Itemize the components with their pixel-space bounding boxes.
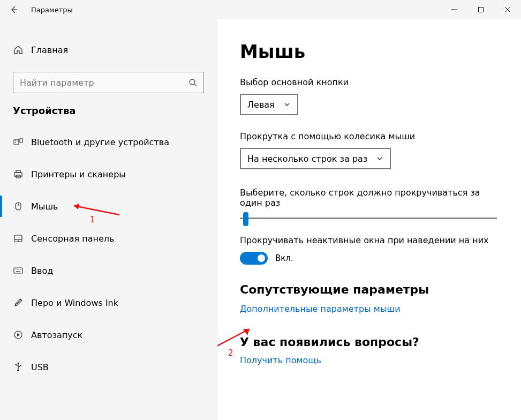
printer-icon — [13, 169, 31, 179]
sidebar-item-touchpad[interactable]: Сенсорная панель — [0, 222, 217, 254]
pen-icon — [13, 297, 31, 308]
lines-per-scroll-slider[interactable] — [240, 218, 497, 219]
chevron-down-icon — [283, 101, 291, 108]
svg-point-5 — [190, 79, 195, 85]
back-arrow-icon — [10, 5, 18, 14]
sidebar-item-usb[interactable]: USB — [0, 351, 217, 383]
sidebar: Главная Устройства Bluetooth и другие ус… — [0, 19, 217, 420]
search-box[interactable] — [13, 72, 204, 93]
sidebar-item-label: Сенсорная панель — [31, 234, 114, 244]
bluetooth-devices-icon — [13, 137, 31, 147]
sidebar-item-printers[interactable]: Принтеры и сканеры — [0, 158, 217, 190]
back-button[interactable] — [0, 0, 28, 19]
mouse-icon — [13, 201, 31, 212]
touchpad-icon — [13, 233, 31, 244]
home-icon — [13, 44, 31, 55]
sidebar-home-label: Главная — [31, 45, 68, 55]
svg-marker-35 — [243, 329, 250, 335]
primary-button-select[interactable]: Левая — [240, 94, 298, 115]
svg-rect-11 — [20, 138, 22, 142]
sidebar-item-label: USB — [31, 362, 49, 372]
wheel-scroll-value: На несколько строк за раз — [247, 154, 367, 164]
titlebar: Параметры — [0, 0, 521, 19]
svg-point-30 — [20, 365, 21, 366]
sidebar-item-typing[interactable]: Ввод — [0, 254, 217, 287]
toggle-knob — [258, 254, 265, 262]
svg-rect-29 — [16, 364, 17, 366]
content-pane: Мышь Выбор основной кнопки Левая Прокрут… — [217, 19, 521, 420]
close-icon — [504, 6, 511, 13]
keyboard-icon — [13, 265, 31, 276]
get-help-link[interactable]: Получить помощь — [240, 355, 321, 365]
autoplay-icon — [13, 329, 31, 340]
chevron-down-icon — [376, 155, 383, 162]
svg-point-28 — [18, 363, 19, 364]
additional-mouse-options-link[interactable]: Дополнительные параметры мыши — [240, 304, 401, 314]
annotation-label-2: 2 — [228, 348, 233, 358]
sidebar-item-label: Автозапуск — [31, 330, 82, 340]
wheel-scroll-select[interactable]: На несколько строк за раз — [240, 148, 391, 169]
sidebar-item-autoplay[interactable]: Автозапуск — [0, 319, 217, 351]
inactive-scroll-label: Прокручивать неактивные окна при наведен… — [240, 235, 499, 245]
lines-per-scroll-label: Выберите, сколько строк должно прокручив… — [240, 188, 499, 208]
sidebar-item-bluetooth[interactable]: Bluetooth и другие устройства — [0, 126, 217, 158]
svg-rect-8 — [15, 140, 16, 141]
svg-rect-20 — [14, 268, 22, 273]
maximize-icon — [478, 6, 484, 13]
window-title: Параметры — [28, 6, 441, 14]
usb-icon — [13, 362, 31, 372]
primary-button-label: Выбор основной кнопки — [240, 77, 499, 87]
sidebar-section-label: Устройства — [0, 105, 217, 116]
minimize-icon — [451, 6, 457, 13]
svg-line-6 — [194, 84, 197, 86]
sidebar-item-label: Перо и Windows Ink — [31, 298, 118, 308]
sidebar-item-label: Мышь — [31, 201, 58, 212]
sidebar-item-label: Ввод — [31, 266, 53, 276]
svg-rect-12 — [14, 172, 22, 176]
minimize-button[interactable] — [441, 0, 467, 19]
inactive-scroll-state: Вкл. — [275, 253, 293, 263]
questions-heading: У вас появились вопросы? — [240, 335, 499, 349]
slider-thumb[interactable] — [243, 212, 248, 226]
sidebar-item-pen[interactable]: Перо и Windows Ink — [0, 287, 217, 319]
wheel-scroll-label: Прокрутка с помощью колесика мыши — [240, 131, 499, 141]
svg-rect-10 — [15, 142, 16, 143]
inactive-scroll-toggle[interactable] — [240, 252, 268, 265]
sidebar-item-label: Bluetooth и другие устройства — [31, 137, 169, 147]
svg-rect-2 — [479, 8, 484, 12]
page-title: Мышь — [240, 41, 499, 62]
maximize-button[interactable] — [467, 0, 494, 19]
search-icon — [187, 78, 198, 87]
sidebar-item-mouse[interactable]: Мышь — [0, 190, 217, 222]
search-input[interactable] — [20, 78, 187, 88]
close-button[interactable] — [494, 0, 521, 19]
sidebar-home[interactable]: Главная — [0, 36, 217, 63]
svg-rect-9 — [17, 140, 18, 141]
svg-rect-31 — [17, 370, 19, 371]
related-heading: Сопутствующие параметры — [240, 283, 499, 296]
svg-rect-7 — [14, 139, 19, 145]
primary-button-value: Левая — [247, 100, 275, 110]
svg-rect-13 — [16, 170, 20, 172]
sidebar-item-label: Принтеры и сканеры — [31, 169, 126, 179]
